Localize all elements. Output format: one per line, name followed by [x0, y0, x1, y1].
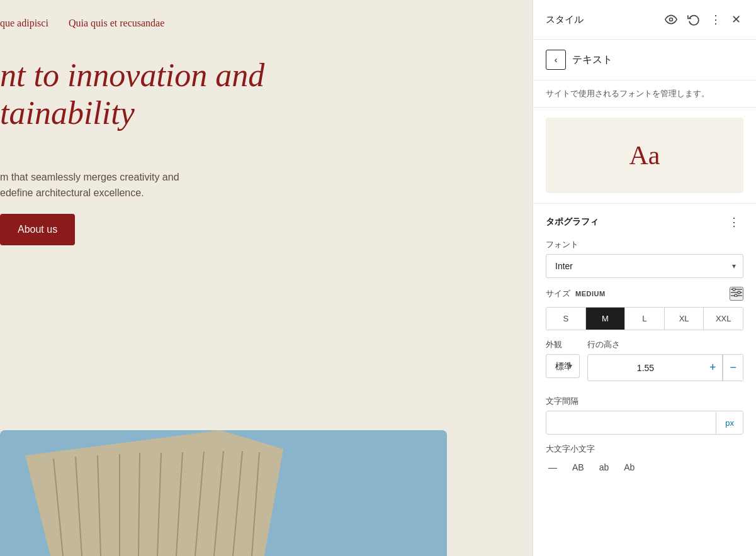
- filter-icon: [731, 288, 742, 297]
- section-header: タポグラフィ ⋮: [546, 214, 743, 230]
- back-button[interactable]: ‹: [546, 50, 566, 70]
- eye-icon-button[interactable]: [662, 11, 680, 28]
- panel-header: スタイル ⋮ ✕: [533, 0, 756, 40]
- size-buttons: S M L XL XXL: [546, 307, 743, 330]
- size-btn-s[interactable]: S: [546, 308, 586, 330]
- building-image: [0, 430, 447, 556]
- size-btn-xl[interactable]: XL: [665, 308, 704, 330]
- transform-none-button[interactable]: —: [546, 460, 560, 475]
- preview-panel: que adipisci Quia quis et recusandae nt …: [0, 0, 533, 556]
- line-height-decrease-button[interactable]: −: [723, 355, 743, 381]
- eye-icon: [665, 13, 677, 26]
- svg-point-18: [738, 291, 740, 294]
- size-btn-m[interactable]: M: [586, 308, 626, 330]
- transform-buttons: — AB ab Ab: [546, 460, 743, 475]
- nav-item-2: Quia quis et recusandae: [69, 18, 164, 29]
- size-btn-l[interactable]: L: [625, 308, 665, 330]
- typography-label: タポグラフィ: [546, 216, 599, 228]
- nav-item-1: que adipisci: [0, 18, 48, 29]
- headline-text: nt to innovation and tainability: [0, 57, 264, 132]
- line-height-input[interactable]: [588, 357, 703, 379]
- ellipsis-icon: ⋮: [710, 13, 721, 26]
- lineheight-col: 行の高さ + −: [587, 339, 743, 387]
- history-icon-button[interactable]: [685, 11, 702, 28]
- panel-title: スタイル: [546, 14, 584, 26]
- preview-nav: que adipisci Quia quis et recusandae: [0, 0, 164, 42]
- more-options-button[interactable]: ⋮: [708, 10, 724, 29]
- appearance-lineheight-row: 外観 標準 ▾ 行の高さ + −: [546, 339, 743, 387]
- panel-header-icons: ⋮ ✕: [662, 10, 743, 29]
- letter-spacing-unit: px: [716, 412, 743, 434]
- size-badge: MEDIUM: [575, 290, 606, 297]
- size-row: サイズ MEDIUM: [546, 287, 743, 301]
- section-title: テキスト: [572, 53, 612, 67]
- close-button[interactable]: ✕: [729, 10, 743, 29]
- typography-more-button[interactable]: ⋮: [725, 214, 743, 230]
- appearance-select[interactable]: 標準: [546, 354, 580, 378]
- typography-section: タポグラフィ ⋮ フォント Inter ▾ サイズ MEDIUM: [533, 203, 756, 491]
- line-height-increase-button[interactable]: +: [703, 355, 723, 381]
- text-transform-section: 大文字小文字 — AB ab Ab: [546, 443, 743, 475]
- close-icon: ✕: [731, 13, 741, 26]
- size-label: サイズ: [546, 288, 570, 299]
- font-select-wrapper: Inter ▾: [546, 254, 743, 278]
- font-select[interactable]: Inter: [546, 254, 743, 278]
- chevron-left-icon: ‹: [555, 55, 558, 65]
- building-svg: [0, 430, 447, 556]
- svg-point-17: [733, 288, 735, 291]
- transform-uppercase-button[interactable]: AB: [570, 460, 587, 475]
- size-label-group: サイズ MEDIUM: [546, 288, 606, 299]
- font-preview-text: Aa: [629, 140, 660, 170]
- style-panel: スタイル ⋮ ✕: [533, 0, 756, 556]
- preview-headline: nt to innovation and tainability: [0, 57, 264, 132]
- lineheight-label: 行の高さ: [587, 339, 743, 350]
- about-us-button[interactable]: About us: [0, 214, 75, 245]
- letter-spacing-label: 文字間隔: [546, 396, 743, 407]
- transform-lowercase-button[interactable]: ab: [597, 460, 612, 475]
- svg-point-13: [670, 18, 673, 21]
- transform-capitalize-button[interactable]: Ab: [621, 460, 637, 475]
- letter-spacing-section: 文字間隔 px: [546, 396, 743, 435]
- size-filter-button[interactable]: [730, 287, 743, 301]
- line-height-control: + −: [587, 354, 743, 381]
- size-btn-xxl[interactable]: XXL: [704, 308, 743, 330]
- svg-point-19: [735, 294, 737, 297]
- appearance-col: 外観 標準 ▾: [546, 339, 580, 387]
- text-transform-label: 大文字小文字: [546, 443, 743, 455]
- panel-back-nav: ‹ テキスト: [533, 40, 756, 81]
- font-preview-box: Aa: [546, 118, 743, 193]
- letter-spacing-control: px: [546, 411, 743, 435]
- font-label: フォント: [546, 239, 743, 250]
- appearance-select-wrapper: 標準 ▾: [546, 354, 580, 378]
- preview-subtext: m that seamlessly merges creativity and …: [0, 170, 179, 201]
- letter-spacing-input[interactable]: [546, 411, 716, 434]
- panel-description: サイトで使用されるフォントを管理します。: [533, 81, 756, 108]
- appearance-label: 外観: [546, 339, 580, 350]
- history-icon: [687, 13, 700, 26]
